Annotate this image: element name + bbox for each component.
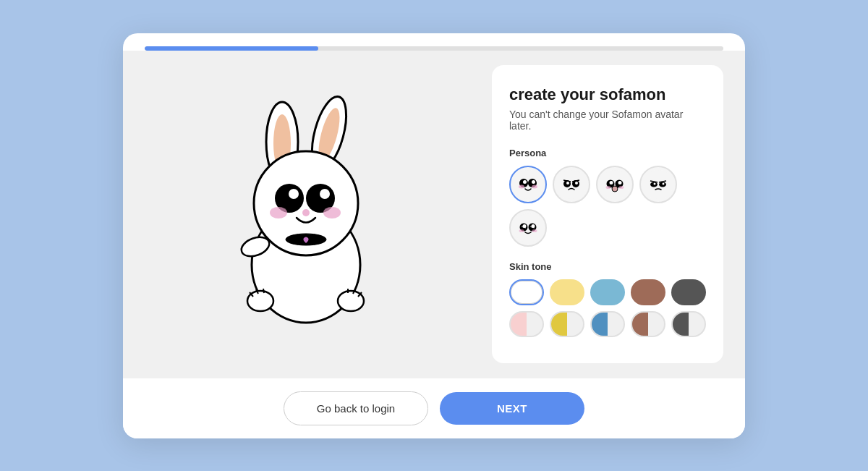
- svg-point-12: [321, 190, 326, 195]
- avatar-section: [137, 65, 477, 363]
- skin-tone-8[interactable]: [590, 311, 625, 337]
- svg-point-42: [610, 181, 613, 184]
- panel-subtitle: You can't change your Sofamon avatar lat…: [509, 109, 706, 132]
- svg-point-50: [654, 182, 656, 184]
- skin-tone-9[interactable]: [631, 311, 665, 337]
- svg-point-11: [290, 190, 295, 195]
- persona-item-5[interactable]: [509, 209, 547, 247]
- svg-point-30: [519, 184, 524, 188]
- svg-point-13: [270, 207, 287, 218]
- svg-point-25: [514, 170, 542, 199]
- svg-point-39: [600, 170, 629, 199]
- svg-point-62: [532, 229, 537, 232]
- svg-point-29: [532, 180, 535, 184]
- svg-point-36: [575, 182, 578, 184]
- svg-point-61: [519, 229, 524, 232]
- skin-tone-3[interactable]: [590, 279, 625, 305]
- svg-point-35: [566, 182, 569, 184]
- skin-tone-4[interactable]: [631, 279, 665, 305]
- skin-tone-10[interactable]: [671, 311, 706, 337]
- skin-tone-5[interactable]: [671, 279, 706, 305]
- main-modal: create your sofamon You can't change you…: [123, 33, 745, 438]
- customizer-panel: create your sofamon You can't change you…: [492, 65, 723, 363]
- persona-item-2[interactable]: [553, 166, 590, 203]
- svg-point-28: [523, 180, 527, 184]
- skin-tone-grid: [509, 279, 706, 337]
- svg-point-54: [514, 213, 542, 242]
- svg-line-21: [263, 289, 264, 293]
- svg-point-32: [557, 170, 586, 199]
- modal-body: create your sofamon You can't change you…: [123, 51, 745, 378]
- modal-footer: Go back to login NEXT: [123, 378, 745, 438]
- persona-label: Persona: [509, 148, 706, 158]
- skin-tone-1[interactable]: [509, 279, 544, 305]
- svg-point-31: [532, 184, 537, 188]
- persona-item-3[interactable]: [596, 166, 634, 203]
- persona-grid: [509, 166, 706, 247]
- svg-point-47: [644, 170, 673, 199]
- skin-tone-6[interactable]: [509, 311, 544, 337]
- svg-point-43: [618, 181, 622, 184]
- persona-item-4[interactable]: [639, 166, 677, 203]
- next-button[interactable]: NEXT: [440, 392, 584, 425]
- svg-point-45: [606, 186, 611, 189]
- skin-tone-2[interactable]: [550, 279, 584, 305]
- svg-point-46: [619, 186, 624, 189]
- svg-point-15: [302, 209, 310, 216]
- bunny-avatar: [206, 91, 409, 337]
- skin-tone-7[interactable]: [550, 311, 584, 337]
- svg-point-51: [663, 182, 665, 184]
- skin-tone-label: Skin tone: [509, 261, 706, 272]
- progress-bar-container: [123, 33, 745, 51]
- svg-point-14: [323, 207, 341, 218]
- back-button[interactable]: Go back to login: [284, 391, 428, 425]
- svg-point-44: [612, 186, 618, 192]
- persona-item-1[interactable]: [509, 166, 547, 203]
- panel-title: create your sofamon: [509, 85, 706, 104]
